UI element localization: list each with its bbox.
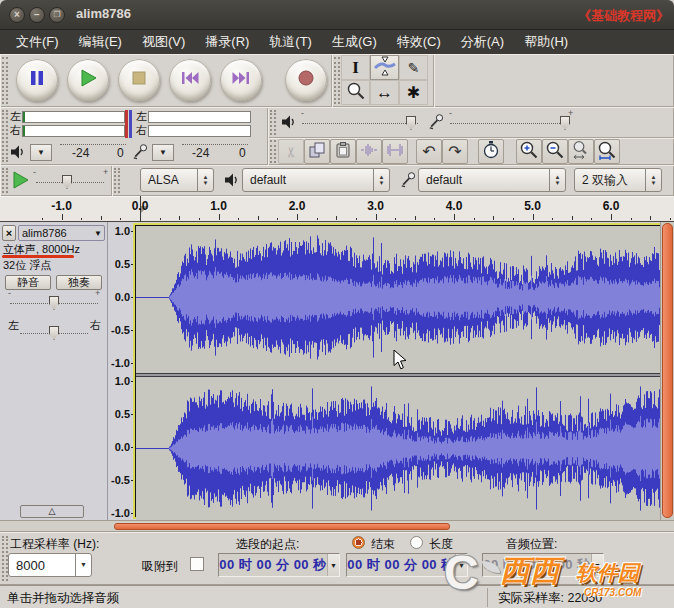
- menu-item-generate[interactable]: 生成(G): [322, 30, 387, 54]
- menu-item-edit[interactable]: 编辑(E): [69, 30, 132, 54]
- output-volume-thumb[interactable]: [406, 116, 416, 130]
- menu-item-tracks[interactable]: 轨道(T): [259, 30, 322, 54]
- zoom-project-button[interactable]: [594, 139, 620, 164]
- timeline-label: -1.0: [51, 199, 72, 213]
- length-radio[interactable]: [410, 536, 423, 549]
- horizontal-scrollbar-thumb[interactable]: [114, 523, 450, 530]
- title-bar[interactable]: × − ❐ alim8786 《基础教程网》: [0, 0, 674, 30]
- selection-end-timefield[interactable]: 00 时 00 分 00 秒 ▼: [346, 553, 468, 577]
- input-device-combo[interactable]: default ▲▼: [418, 168, 566, 192]
- pause-button[interactable]: [16, 59, 58, 101]
- chevron-down-icon[interactable]: ▼: [327, 554, 339, 576]
- playback-meter-left-bar[interactable]: [22, 111, 125, 123]
- timeshift-tool-button[interactable]: ↔: [370, 80, 399, 105]
- waveform-channel-right[interactable]: [136, 377, 660, 520]
- menu-item-file[interactable]: 文件(F): [6, 30, 69, 54]
- track-collapse-button[interactable]: △: [20, 505, 84, 518]
- play-button[interactable]: [67, 59, 109, 101]
- toolbar-grip[interactable]: [2, 57, 8, 104]
- snap-to-label: 吸附到: [142, 558, 178, 575]
- redo-button[interactable]: ↷: [442, 139, 468, 164]
- zoom-out-button[interactable]: [542, 139, 568, 164]
- rewind-button[interactable]: [169, 59, 211, 101]
- toolbar-grip[interactable]: [2, 168, 8, 193]
- input-channels-combo[interactable]: 2 双输入 ▲▼: [574, 168, 662, 192]
- track-title: alim8786: [19, 227, 94, 239]
- forward-button[interactable]: [220, 59, 262, 101]
- audio-host-combo[interactable]: ALSA ▲▼: [140, 168, 214, 192]
- silence-button[interactable]: [382, 139, 408, 164]
- track-title-menu[interactable]: alim8786 ▼: [18, 225, 105, 241]
- device-toolbar: ALSA ▲▼ default ▲▼ default ▲▼ 2 双输入 ▲▼: [112, 165, 674, 196]
- close-window-button[interactable]: ×: [9, 7, 25, 23]
- spinner-icon[interactable]: ▲▼: [373, 169, 389, 191]
- trim-button[interactable]: [356, 139, 382, 164]
- audio-position-timefield[interactable]: 00 时 00 分 00 秒 ▼: [482, 553, 604, 577]
- input-volume-thumb[interactable]: [560, 116, 570, 130]
- chevron-down-icon[interactable]: ▼: [455, 554, 467, 576]
- amplitude-label: 0.0: [108, 441, 130, 453]
- recording-meter-right-bar[interactable]: [148, 125, 251, 137]
- play-at-speed-button[interactable]: [10, 170, 30, 194]
- menu-item-effect[interactable]: 特效(C): [387, 30, 451, 54]
- undo-button[interactable]: ↶: [416, 139, 442, 164]
- envelope-tool-button[interactable]: [370, 55, 399, 80]
- zoom-tool-button[interactable]: [341, 80, 370, 105]
- amplitude-label: 1.0: [108, 225, 130, 237]
- snap-to-checkbox[interactable]: [190, 557, 204, 571]
- playback-meter-right-bar[interactable]: [22, 125, 125, 137]
- minimize-window-button[interactable]: −: [29, 7, 45, 23]
- input-slider-max: +: [568, 108, 573, 118]
- selection-tool-button[interactable]: I: [341, 55, 370, 80]
- pan-slider-thumb[interactable]: [49, 326, 59, 340]
- copy-button[interactable]: [304, 139, 330, 164]
- project-rate-combo[interactable]: 8000 ▼: [8, 553, 92, 577]
- double-arrow-icon: ↔: [376, 83, 393, 103]
- vertical-ruler[interactable]: 1.00.50.0-0.5-1.01.00.50.0-0.5-1.0: [108, 222, 135, 520]
- zoom-in-button[interactable]: [516, 139, 542, 164]
- menu-item-view[interactable]: 视图(V): [132, 30, 195, 54]
- recording-meter-dropdown[interactable]: ▼: [152, 144, 174, 161]
- draw-tool-button[interactable]: ✎: [399, 55, 428, 80]
- menu-item-transport[interactable]: 播录(R): [195, 30, 259, 54]
- stop-button[interactable]: [118, 59, 160, 101]
- output-device-combo[interactable]: default ▲▼: [242, 168, 390, 192]
- playback-speed-thumb[interactable]: [62, 175, 72, 189]
- menu-item-help[interactable]: 帮助(H): [514, 30, 578, 54]
- spinner-icon[interactable]: ▲▼: [645, 169, 661, 191]
- selection-start-timefield[interactable]: 00 时 00 分 00 秒 ▼: [218, 553, 340, 577]
- status-bar: 单击并拖动选择音频 实际采样率: 22050: [0, 585, 674, 608]
- toolbar-grip[interactable]: [114, 168, 120, 193]
- playback-meter-dropdown[interactable]: ▼: [30, 144, 52, 161]
- vertical-scrollbar[interactable]: [660, 222, 674, 520]
- zoom-in-icon: [519, 140, 539, 164]
- horizontal-scrollbar[interactable]: [0, 520, 674, 532]
- timeline-ruler[interactable]: -1.00.01.02.03.04.05.06.0: [0, 196, 674, 222]
- sync-lock-button[interactable]: [478, 139, 504, 164]
- track-close-button[interactable]: ×: [2, 225, 16, 241]
- record-button[interactable]: [285, 59, 327, 101]
- zoom-selection-button[interactable]: [568, 139, 594, 164]
- paste-button[interactable]: [330, 139, 356, 164]
- waveform-channel-left[interactable]: [136, 226, 660, 369]
- output-volume-slider[interactable]: [302, 123, 418, 124]
- spinner-icon[interactable]: ▲▼: [197, 169, 213, 191]
- chevron-down-icon[interactable]: ▼: [75, 554, 91, 576]
- vertical-scrollbar-thumb[interactable]: [662, 223, 673, 518]
- spinner-icon[interactable]: ▲▼: [549, 169, 565, 191]
- track-bitdepth-info: 32位 浮点: [3, 258, 51, 273]
- mute-button[interactable]: 静音: [5, 275, 51, 290]
- toolbar-grip[interactable]: [270, 110, 276, 135]
- maximize-window-button[interactable]: ❐: [49, 7, 65, 23]
- recording-meter-left-bar[interactable]: [148, 111, 251, 123]
- menu-item-analyze[interactable]: 分析(A): [451, 30, 514, 54]
- toolbar-grip[interactable]: [334, 57, 340, 104]
- toolbar-grip[interactable]: [270, 140, 276, 163]
- toolbar-grip[interactable]: [2, 110, 8, 162]
- gain-slider-thumb[interactable]: [49, 296, 59, 310]
- multi-tool-button[interactable]: ✱: [399, 80, 428, 105]
- chevron-down-icon[interactable]: ▼: [591, 554, 603, 576]
- cut-button[interactable]: ✂: [278, 139, 304, 164]
- input-volume-slider[interactable]: [450, 123, 566, 124]
- end-radio[interactable]: [352, 536, 365, 549]
